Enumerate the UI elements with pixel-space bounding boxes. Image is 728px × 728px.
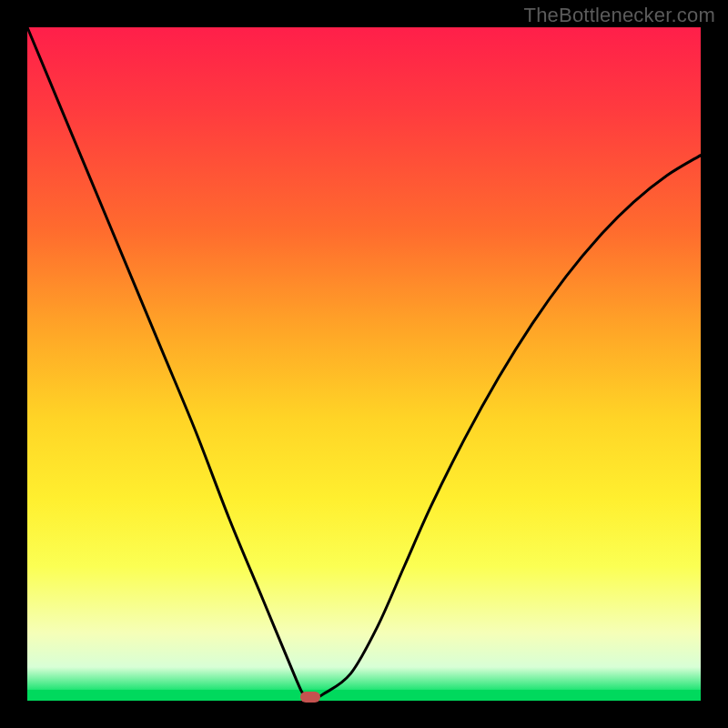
min-point-marker: [300, 692, 320, 703]
chart-stage: TheBottlenecker.com: [0, 0, 728, 728]
bottleneck-curve: [27, 27, 701, 701]
curve-svg: [27, 27, 701, 701]
watermark-text: TheBottlenecker.com: [524, 4, 715, 27]
plot-area: [27, 27, 701, 701]
